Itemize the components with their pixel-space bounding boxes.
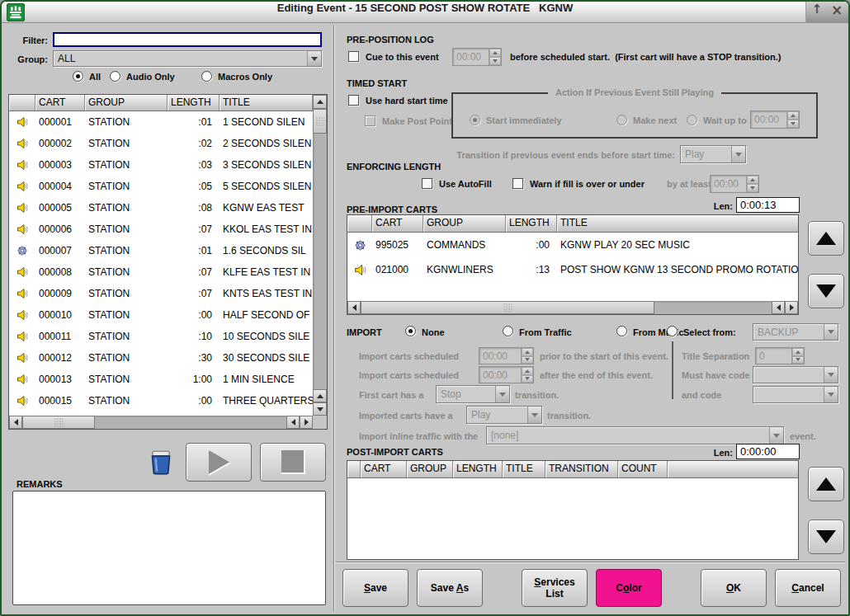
speaker-icon: [17, 116, 28, 128]
cue-to-event-label: Cue to this event: [366, 52, 439, 63]
group-select[interactable]: ALL: [53, 50, 322, 67]
cart-row[interactable]: 000001 STATION :01 1 SECOND SILEN: [9, 111, 313, 133]
cart-row[interactable]: 000003 STATION :03 3 SECONDS SILEN: [9, 154, 313, 176]
pre-import-row[interactable]: 021000 KGNWLINERS :13 POST SHOW KGNW 13 …: [347, 257, 798, 282]
cart-row[interactable]: 000008 STATION :07 KLFE EAS TEST IN: [9, 261, 313, 283]
scope-radio-audio-only[interactable]: [110, 71, 120, 82]
post-import-rows[interactable]: [347, 478, 798, 559]
import-none-radio[interactable]: [405, 326, 416, 336]
use-hard-start-checkbox[interactable]: [348, 95, 359, 106]
scope-radio-all[interactable]: [73, 71, 83, 82]
vscroll-thumb[interactable]: [313, 109, 327, 134]
scroll-right-icon[interactable]: [300, 416, 313, 429]
up-arrow-icon: [816, 477, 836, 491]
make-next-radio[interactable]: [616, 115, 627, 125]
close-window-icon[interactable]: ×: [828, 2, 846, 23]
hscroll-thumb[interactable]: [22, 416, 95, 429]
cart-list-hscrollbar[interactable]: [9, 416, 313, 429]
cart-row[interactable]: 000010 STATION :00 HALF SECOND OF: [9, 304, 313, 326]
cart-row[interactable]: 000005 STATION :08 KGNW EAS TEST: [9, 197, 313, 219]
speaker-icon: [17, 331, 28, 342]
cart-list-vscrollbar[interactable]: [313, 95, 327, 416]
sched-after-spinbox[interactable]: 00:00: [479, 366, 534, 383]
make-post-point-checkbox[interactable]: [365, 115, 375, 126]
cart-row[interactable]: 000006 STATION :07 KKOL EAS TEST IN: [9, 219, 313, 240]
titlebar[interactable]: Editing Event - 15 SECOND POST SHOW ROTA…: [2, 2, 848, 23]
imported-carts-transition-select[interactable]: Play: [466, 406, 542, 424]
ok-button[interactable]: OK: [701, 569, 767, 607]
shade-window-icon[interactable]: ↑: [808, 2, 826, 23]
title-separation-spinbox[interactable]: 0: [755, 347, 805, 364]
stop-button[interactable]: [260, 443, 326, 482]
scroll-down-icon[interactable]: [313, 402, 327, 416]
scroll-up-icon[interactable]: [313, 95, 327, 109]
post-import-move-up-button[interactable]: [808, 467, 844, 501]
play-button[interactable]: [186, 443, 252, 482]
action-if-playing-title: Action If Previous Event Still Playing: [548, 87, 721, 97]
import-from-traffic-radio[interactable]: [503, 326, 513, 336]
cart-row[interactable]: 000002 STATION :02 2 SECONDS SILEN: [9, 133, 313, 154]
inline-traffic-suffix: event.: [790, 431, 816, 442]
wait-up-to-radio[interactable]: [687, 115, 697, 125]
import-from-music-radio[interactable]: [616, 326, 627, 336]
hscroll-thumb[interactable]: [361, 301, 654, 314]
scope-radio-audio-only-label: Audio Only: [126, 72, 175, 82]
import-select-from-radio[interactable]: [667, 326, 678, 336]
by-at-least-spinbox[interactable]: 00:00: [710, 175, 759, 193]
and-code-select[interactable]: [753, 386, 838, 403]
transition-if-ends-label: Transition if previous event ends before…: [447, 150, 675, 161]
cart-row[interactable]: 000013 STATION 1:00 1 MIN SILENCE: [9, 369, 313, 390]
scroll-left-icon[interactable]: [286, 416, 300, 429]
cart-row[interactable]: 000012 STATION :30 30 SECONDS SILE: [9, 347, 313, 369]
filter-input[interactable]: [53, 32, 322, 47]
sched-prior-spinbox[interactable]: 00:00: [479, 347, 534, 364]
post-import-header[interactable]: CART GROUP LENGTH TITLE TRANSITION COUNT: [347, 461, 798, 478]
inline-traffic-label: Import inline traffic with the: [359, 431, 478, 442]
scroll-left-icon[interactable]: [347, 301, 361, 314]
scroll-right-icon[interactable]: [785, 301, 798, 314]
warn-fill-checkbox[interactable]: [512, 178, 523, 189]
color-button[interactable]: Color: [596, 569, 662, 607]
wait-up-to-label: Wait up to: [703, 115, 747, 126]
pre-import-hscrollbar[interactable]: [347, 301, 798, 314]
services-list-button[interactable]: Services List: [522, 569, 588, 607]
save-as-button[interactable]: Save As: [417, 569, 483, 607]
cue-to-event-checkbox[interactable]: [348, 51, 359, 62]
cue-offset-spinbox[interactable]: 00:00: [452, 48, 502, 66]
cart-list-header[interactable]: CART GROUP LENGTH TITLE: [9, 95, 313, 111]
stop-icon: [278, 448, 308, 477]
must-have-code-select[interactable]: [753, 366, 838, 383]
cart-row[interactable]: 000007 STATION :01 1.6 SECONDS SIL: [9, 240, 313, 261]
inline-traffic-select[interactable]: [none]: [486, 426, 784, 444]
sched-prior-suffix: prior to the start of this event.: [540, 351, 668, 362]
cart-row[interactable]: 000004 STATION :05 5 SECONDS SILEN: [9, 176, 313, 197]
cart-row[interactable]: 000015 STATION :00 THREE QUARTERS: [9, 390, 313, 411]
first-cart-transition-select[interactable]: Stop: [436, 385, 510, 403]
wait-up-to-spinbox[interactable]: 00:00: [750, 111, 800, 129]
select-from-select[interactable]: BACKUP: [753, 323, 838, 341]
post-import-move-down-button[interactable]: [808, 520, 844, 554]
pre-import-move-down-button[interactable]: [808, 274, 844, 308]
cancel-button[interactable]: Cancel: [775, 569, 841, 607]
spin-up-icon: [792, 348, 804, 356]
pre-import-row[interactable]: 995025 COMMANDS :00 KGNW PLAY 20 SEC MUS…: [347, 233, 798, 257]
start-immediately-radio[interactable]: [470, 115, 480, 125]
use-autofill-label: Use AutoFill: [439, 179, 492, 190]
cart-row[interactable]: 000009 STATION :07 KNTS EAS TEST IN: [9, 283, 313, 304]
down-arrow-icon: [816, 530, 836, 543]
speaker-icon: [17, 352, 28, 364]
transition-if-ends-select[interactable]: Play: [680, 145, 746, 163]
save-button[interactable]: Save: [342, 569, 408, 607]
trash-icon[interactable]: [147, 448, 175, 477]
post-import-table: CART GROUP LENGTH TITLE TRANSITION COUNT: [347, 460, 799, 560]
scroll-left-icon[interactable]: [772, 301, 785, 314]
pre-import-move-up-button[interactable]: [808, 221, 844, 256]
cart-row[interactable]: 000011 STATION :10 10 SECONDS SILE: [9, 326, 313, 347]
scroll-left-icon[interactable]: [9, 416, 22, 429]
scroll-up-icon[interactable]: [313, 389, 327, 402]
pre-import-header[interactable]: CART GROUP LENGTH TITLE: [347, 215, 798, 233]
remarks-textarea[interactable]: [12, 491, 326, 605]
spin-down-icon: [522, 356, 533, 364]
use-autofill-checkbox[interactable]: [422, 178, 432, 189]
scope-radio-macros-only[interactable]: [201, 71, 212, 82]
